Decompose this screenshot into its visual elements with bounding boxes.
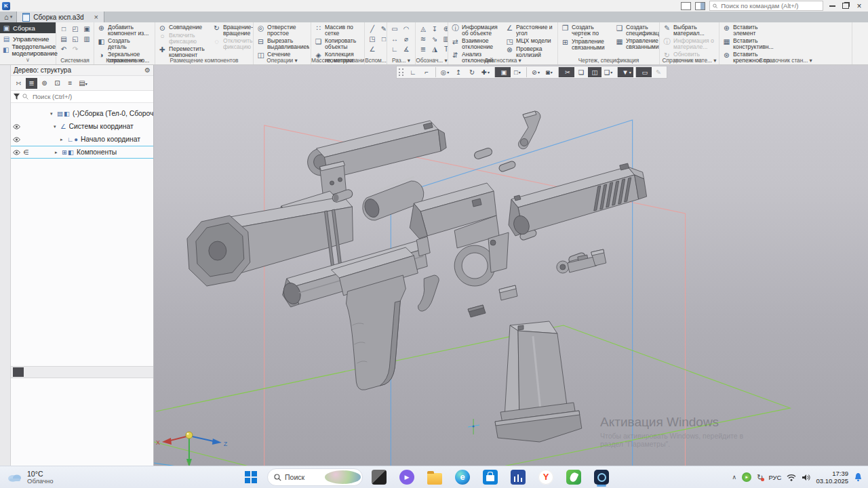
ribbon-group-footer[interactable]: Операции ▾ [254,57,311,64]
tree-tool-tree-relations[interactable]: ⊡▾ [52,78,63,89]
viewport-edit-sketch[interactable]: ✎▾ [652,67,665,77]
viewport-show-csys[interactable]: ∟▾ [406,67,420,77]
tree-tool-tree-composition-view[interactable]: ≣▾ [26,78,37,89]
ground-plane-lines[interactable] [154,325,790,466]
ribbon-group-footer[interactable]: Системная [56,57,94,64]
toolbar-drag-handle[interactable] [399,68,403,76]
antivirus-icon[interactable]: ▸ [742,472,751,482]
leader-button[interactable]: ↧ [430,24,439,33]
ribbon-panel-management[interactable]: ▤Управление [0,33,56,44]
create-specification-button[interactable]: ❑Создать спецификаци... [615,24,660,37]
expander-icon[interactable]: ▸ [55,150,62,155]
viewport-orientation-axes[interactable]: ✚▾ [479,67,492,77]
ribbon-group-footer[interactable]: Обознач... ▾ [416,57,448,64]
tab-close-icon[interactable]: × [94,13,98,21]
tree-tool-tree-grouping[interactable]: ⊚▾ [39,78,50,89]
save-as-button[interactable]: ▥ [82,35,92,43]
notification-bell-icon[interactable] [854,472,863,482]
bottom-bottom-tab-parameters[interactable] [25,367,36,377]
array-by-grid-button[interactable]: ∷Массив по сетке [314,24,365,37]
cut-by-extrusion-button[interactable]: ⊟Вырезать выдавливанием [256,38,309,51]
ribbon-panel-solid-modeling[interactable]: ◧Твердотельное моделирование [0,44,56,57]
dim-angular-button[interactable]: ∟ [390,45,399,54]
enable-fixation-button[interactable]: ○Включить фиксацию [158,33,211,45]
wifi-icon[interactable] [787,474,796,481]
ribbon-panel-assembly[interactable]: ▣Сборка [0,22,56,33]
dim-linear-button[interactable]: ▭ [390,24,399,33]
tree-tool-tree-layers[interactable]: ≡▾ [64,78,76,89]
ribbon-group-footer[interactable]: Диагностика ▾ [448,57,557,64]
tree-item-origin[interactable]: ▸∟●Начало координат [11,133,153,146]
part-frame[interactable] [410,183,509,286]
visibility-eye-icon[interactable] [11,124,22,129]
viewport-orientation-up[interactable]: ↥▾ [452,67,465,77]
print-button[interactable]: ▤ [59,35,68,43]
taskbar-app-kompas-3d[interactable] [590,467,613,487]
copy-objects-button[interactable]: ❏Копировать объекты [314,38,365,51]
weather-widget[interactable]: 10°C Облачно [0,470,136,485]
tree-item-components[interactable]: ∈▸⊞◧Компоненты [11,146,153,159]
ribbon-group-footer[interactable]: Чертеж, спецификация [558,57,659,64]
disable-fixation-button[interactable]: ◌Отключить фиксацию [212,38,254,51]
screen-toggle-icon[interactable] [695,2,705,10]
note-button[interactable]: ≣ [418,45,428,54]
select-material-button[interactable]: ✎Выбрать материал... [663,24,715,37]
ribbon-group-footer[interactable]: Справочник стан... ▾ [719,57,852,64]
tree-search-input[interactable] [31,92,151,101]
taskbar-app-store[interactable] [479,467,502,487]
viewport-display-shaded[interactable]: ▣▾ [494,67,511,77]
create-part-button[interactable]: ◧Создать деталь [97,38,150,51]
undo-button[interactable]: ↶ [59,45,68,54]
dim-angle-button[interactable]: ∡ [401,45,411,54]
ribbon-group-footer[interactable]: Вспом... [365,57,387,64]
viewport-scene-appearance[interactable]: ◙▾ [542,67,556,77]
viewport-oriented-csys[interactable]: ⌐▾ [420,67,433,77]
part-trigger[interactable] [418,275,439,311]
part-slide-right[interactable] [509,163,647,237]
simple-hole-button[interactable]: ◎Отверстие простое [256,24,309,37]
taskbar-app-video-app[interactable] [395,467,418,487]
view-arrow-button[interactable]: ◮ [430,45,439,54]
viewport-clip-geometry[interactable]: ✂▾ [558,67,574,77]
new-document-button[interactable]: □ [59,24,68,33]
insert-element-button[interactable]: ⊕Вставить элемент [722,24,775,37]
dim-radial-button[interactable]: ◠ [401,24,411,33]
viewport-local-frame-view[interactable]: ❏▾ [574,67,588,77]
taskbar-app-media-app[interactable] [507,467,530,487]
viewport-display-mode[interactable]: □▾ [511,67,524,77]
part-grip[interactable] [332,247,418,390]
ribbon-group-footer[interactable]: Массив, копирование [311,57,364,64]
open-document-button[interactable]: ◰ [71,24,80,33]
viewport-render-options[interactable]: ❑▾ [601,67,615,77]
coincidence-button[interactable]: ⊙Совпадение [158,24,211,32]
position-mark-button[interactable]: ⊕ [441,24,448,33]
volume-icon[interactable] [802,474,810,481]
part-magazine[interactable] [495,321,582,442]
viewport-3d[interactable]: ∟▾⌐▾◎▾↥▾↻▾✚▾▣▾□▾⊘▾◙▾✂▾❏▾◫▾❑▾▼▾▭▾✎▾ [154,65,868,466]
tray-chevron-icon[interactable]: ∧ [732,474,737,481]
aux-sketch-button[interactable]: ✎ [379,24,387,33]
tree-tool-tree-structure-view[interactable]: ∺▾ [13,78,24,89]
viewport-section-display[interactable]: ◫▾ [588,67,601,77]
distance-and-angle-button[interactable]: ∠Расстояние и угол [505,24,558,37]
clock[interactable]: 17:39 03.10.2025 [816,470,848,485]
tree-search[interactable] [11,91,153,103]
expander-icon[interactable]: ▸ [60,137,67,142]
exploded-pistol-assembly[interactable] [187,111,647,442]
bottom-bottom-tab-tree[interactable] [13,367,24,377]
bottom-bottom-tab-variables[interactable] [37,367,48,377]
search-highlight-image[interactable] [325,470,361,484]
home-button[interactable]: ⌂▾ [0,12,16,22]
manage-linked-specifications-button[interactable]: ▦Управление связанными с... [615,38,660,52]
viewport-filter-objects[interactable]: ▼▾ [617,67,633,77]
taskbar-app-green-app[interactable] [562,467,585,487]
3d-scene[interactable]: X Z Y [154,65,868,466]
create-drawing-by-template-button[interactable]: ❐Создать чертеж по шаблону [561,24,614,38]
restore-button[interactable] [841,2,850,10]
part-small-blocks[interactable] [468,285,517,317]
aux-frame-button[interactable]: □ [379,35,387,43]
document-tab[interactable]: Сборка юсп.a3d × [16,12,104,22]
save-button[interactable]: ▣ [82,24,92,33]
collapse-ribbon-icon[interactable] [0,57,56,64]
filter-funnel-icon[interactable] [14,94,20,100]
